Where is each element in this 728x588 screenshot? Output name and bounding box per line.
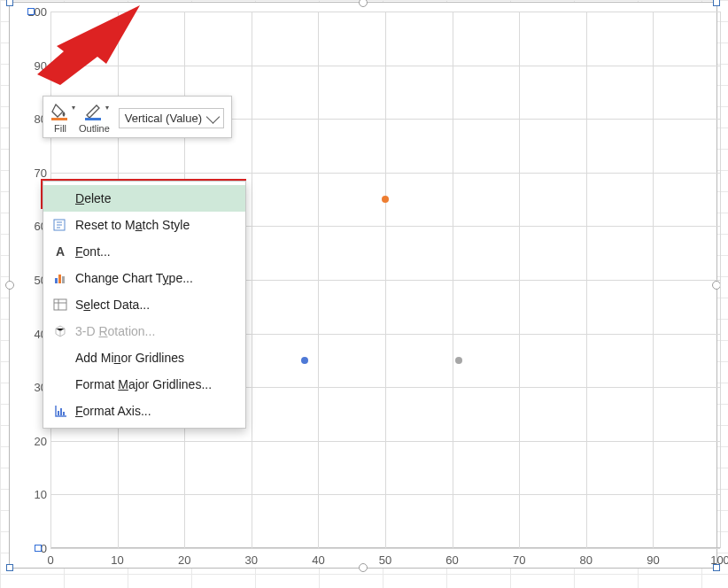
x-tick-label: 10 bbox=[111, 553, 123, 567]
resize-handle-sw[interactable] bbox=[6, 564, 13, 571]
reset-icon bbox=[50, 216, 70, 234]
stage: 0102030405060708090100010203040506070809… bbox=[0, 0, 728, 588]
y-tick-label: 20 bbox=[35, 434, 47, 447]
blank-icon bbox=[50, 375, 70, 393]
resize-handle-nw[interactable] bbox=[6, 0, 13, 6]
blank-icon bbox=[50, 349, 70, 367]
gridline-h bbox=[50, 12, 720, 12]
svg-rect-6 bbox=[62, 276, 65, 283]
data-point[interactable] bbox=[382, 196, 389, 203]
menu-reset-style[interactable]: Reset to Match Style bbox=[43, 212, 245, 238]
mini-toolbar: ▾ Fill ▾ Outline Vertical (Value) bbox=[43, 96, 232, 138]
blank-icon bbox=[50, 190, 70, 207]
menu-select-data-label: Select Data... bbox=[75, 298, 150, 312]
x-tick-label: 70 bbox=[513, 553, 525, 567]
fill-button[interactable]: ▾ Fill bbox=[50, 102, 70, 134]
svg-rect-10 bbox=[63, 412, 65, 415]
x-tick-label: 20 bbox=[178, 553, 190, 567]
chart-type-icon bbox=[50, 269, 70, 287]
fill-icon: ▾ bbox=[50, 102, 70, 121]
gridline-h bbox=[50, 66, 720, 66]
menu-3d-rotation-label: 3-D Rotation... bbox=[75, 324, 155, 338]
menu-format-axis-label: Format Axis... bbox=[75, 404, 151, 418]
menu-font[interactable]: A Font... bbox=[43, 238, 245, 265]
menu-major-gridlines-label: Format Major Gridlines... bbox=[75, 377, 212, 391]
svg-rect-4 bbox=[55, 278, 58, 283]
menu-font-label: Font... bbox=[75, 244, 111, 259]
gridline-v bbox=[720, 12, 721, 548]
gridline-h bbox=[50, 441, 720, 442]
menu-minor-gridlines-label: Add Minor Gridlines bbox=[75, 351, 184, 365]
svg-rect-9 bbox=[60, 408, 62, 415]
x-tick-label: 90 bbox=[647, 553, 659, 567]
menu-delete[interactable]: Delete bbox=[43, 185, 245, 212]
cube-icon bbox=[50, 322, 70, 340]
x-tick-label: 80 bbox=[580, 553, 592, 567]
context-menu: Delete Reset to Match Style A Font... Ch… bbox=[43, 181, 246, 429]
fill-label: Fill bbox=[54, 123, 66, 134]
gridline-h bbox=[50, 494, 720, 495]
menu-select-data[interactable]: Select Data... bbox=[43, 291, 245, 318]
axis-selection-top bbox=[27, 8, 35, 15]
resize-handle-ne[interactable] bbox=[713, 0, 720, 6]
svg-rect-5 bbox=[58, 275, 61, 283]
menu-delete-label: Delete bbox=[75, 191, 111, 205]
x-tick-label: 30 bbox=[245, 553, 258, 567]
menu-reset-label: Reset to Match Style bbox=[75, 218, 190, 232]
svg-rect-8 bbox=[58, 411, 59, 415]
menu-add-minor-gridlines[interactable]: Add Minor Gridlines bbox=[43, 344, 245, 371]
outline-button[interactable]: ▾ Outline bbox=[79, 102, 110, 134]
axis-icon bbox=[50, 402, 70, 420]
outline-icon: ▾ bbox=[84, 102, 104, 121]
font-icon: A bbox=[50, 243, 70, 260]
menu-change-chart-type[interactable]: Change Chart Type... bbox=[43, 265, 245, 291]
menu-change-type-label: Change Chart Type... bbox=[75, 271, 193, 285]
x-tick-label: 100 bbox=[710, 553, 728, 567]
y-tick-label: 70 bbox=[35, 166, 47, 179]
x-tick-label: 40 bbox=[312, 553, 324, 567]
resize-handle-n[interactable] bbox=[359, 0, 368, 7]
y-tick-label: 90 bbox=[35, 58, 47, 72]
resize-handle-w[interactable] bbox=[5, 281, 14, 290]
resize-handle-s[interactable] bbox=[359, 563, 368, 572]
x-tick-label: 50 bbox=[379, 553, 391, 567]
x-tick-label: 60 bbox=[445, 553, 458, 567]
svg-rect-1 bbox=[51, 118, 67, 120]
gridline-h bbox=[50, 173, 720, 174]
chart-element-selector[interactable]: Vertical (Value) bbox=[119, 108, 224, 128]
chart-element-value: Vertical (Value) bbox=[125, 112, 202, 125]
menu-format-axis[interactable]: Format Axis... bbox=[43, 398, 245, 424]
axis-selection-bottom bbox=[35, 545, 42, 552]
svg-rect-2 bbox=[85, 118, 101, 120]
gridline-h bbox=[50, 548, 720, 549]
data-point[interactable] bbox=[455, 357, 462, 364]
menu-format-major-gridlines[interactable]: Format Major Gridlines... bbox=[43, 371, 245, 398]
y-tick-label: 10 bbox=[35, 488, 47, 501]
data-point[interactable] bbox=[301, 357, 308, 364]
menu-3d-rotation: 3-D Rotation... bbox=[43, 318, 245, 344]
svg-rect-7 bbox=[54, 299, 66, 310]
x-tick-label: 0 bbox=[47, 553, 53, 567]
outline-label: Outline bbox=[79, 123, 110, 134]
select-data-icon bbox=[50, 296, 70, 313]
